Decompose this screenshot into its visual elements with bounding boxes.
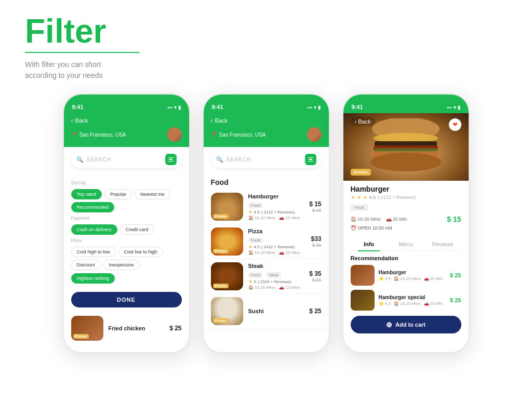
wifi-icon: ▾ <box>174 105 177 110</box>
back-label-1: Back <box>75 117 88 124</box>
search-placeholder-1: SEARCH <box>87 157 165 163</box>
chip-cost-low-high[interactable]: Cost low to high <box>118 247 163 257</box>
promo-badge-bottom: Promo <box>73 334 89 339</box>
food-price-col-hamburger: $ 15 $ 18 <box>309 200 321 213</box>
heart-button[interactable]: ❤ <box>449 118 461 131</box>
chip-popular[interactable]: Popular <box>104 189 132 199</box>
add-cart-label: Add to cart <box>395 321 425 328</box>
rec-price-2: $ 25 <box>450 297 461 303</box>
phone2-header: ‹ Back 📍 San Francisco, USA <box>204 113 329 147</box>
food-name-pizza: Pizza <box>248 228 306 234</box>
detail-hero: ‹ Back Promo ❤ <box>343 113 469 181</box>
pickup-time-detail: 🚗 20 Min <box>386 217 407 222</box>
search-bar-2[interactable]: 🔍 SEARCH <box>211 151 322 168</box>
food-price-old-steak: $ 39 <box>309 277 321 283</box>
star-icon-detail-1: ★ <box>351 195 355 200</box>
avatar-img-1 <box>167 127 182 142</box>
food-rating-steak: ★ 5 ( 2324 + Reviews) <box>248 279 304 284</box>
food-price-hamburger: $ 15 <box>309 200 321 208</box>
star-icon-pizza: ★ <box>248 244 252 249</box>
filter-lines-1 <box>168 157 174 162</box>
food-item-hamburger[interactable]: Promo Hamburger Food ★ 4.5 ( 2112 + Revi… <box>204 190 329 224</box>
avatar-img-2 <box>307 127 322 142</box>
page-title: Filter <box>25 15 507 48</box>
tab-reviews[interactable]: Reviews <box>424 238 461 250</box>
food-info-pizza: Pizza Food ★ 4.5 ( 2412 + Reviews) 🏠 15-… <box>248 228 306 255</box>
payment-label: Payment <box>71 216 182 221</box>
back-label-2: Back <box>215 117 228 124</box>
chip-discount[interactable]: Discount <box>71 260 101 270</box>
rec-pickup-2: 🚗 20 Min <box>424 301 443 306</box>
chip-nearest[interactable]: Nearest me <box>135 189 170 199</box>
search-icon-1: 🔍 <box>76 156 84 163</box>
notch-1 <box>105 95 147 106</box>
food-price-steak: $ 35 <box>309 270 321 277</box>
page-header: Filter With filter you can short accordi… <box>0 0 532 89</box>
chip-cost-high-low[interactable]: Cost high to low <box>71 247 116 257</box>
filter-icon-btn-1[interactable] <box>165 154 177 165</box>
burger-svg <box>364 118 447 176</box>
wifi-icon-2: ▾ <box>314 105 316 110</box>
chip-credit[interactable]: Credit card <box>120 224 154 235</box>
rating-count-burger: ( 2112 + Reviews) <box>261 210 295 215</box>
rec-name-2: Hamburger special <box>379 294 443 300</box>
food-rating-hamburger: ★ 4.5 ( 2112 + Reviews) <box>248 209 304 215</box>
search-bar-1[interactable]: 🔍 SEARCH <box>71 151 182 168</box>
chip-top-rated[interactable]: Top rated <box>71 189 102 199</box>
chip-cash[interactable]: Cash on delivery <box>71 224 117 235</box>
filter-line-1 <box>168 157 174 158</box>
price-label: Price <box>71 238 182 243</box>
sort-label: Sort by <box>71 180 182 185</box>
detail-info: Hamburger ★ ★ ★ 4.5 ( 2112 + Reviews) Fo… <box>343 181 469 238</box>
notch-2 <box>245 95 287 106</box>
food-item-pizza[interactable]: Promo Pizza Food ★ 4.5 ( 2412 + Reviews)… <box>204 224 329 259</box>
battery-icon: ▮ <box>178 105 181 110</box>
rec-meta-2: ⭐ 4.5 🏠 13-23 Mins 🚗 20 Min <box>379 301 443 306</box>
clock-icon: ⏰ <box>351 225 356 231</box>
food-price-col-pizza: $33 $ 35 <box>311 235 321 248</box>
phone1-header: ‹ Back 📍 San Fransisco, USA <box>64 113 189 147</box>
back-button-3[interactable]: ‹ Back <box>351 117 375 126</box>
phone-filter: 9:41 ▪▪▪ ▾ ▮ ‹ Back 📍 San Fransisco, USA <box>63 93 190 353</box>
food-price-pizza: $33 <box>311 235 321 243</box>
promo-badge-hero: Promo <box>351 169 371 176</box>
filter-panel: Sort by Top rated Popular Nearest me Rec… <box>64 173 189 313</box>
food-name-steak: Steak <box>248 263 304 269</box>
detail-price: $ 15 <box>447 215 461 223</box>
status-icons-1: ▪▪▪ ▾ ▮ <box>167 105 181 110</box>
back-button-2[interactable]: ‹ Back <box>211 116 322 124</box>
search-icon-2: 🔍 <box>216 156 223 163</box>
food-name-sushi: Sushi <box>248 308 304 314</box>
filter-icon-btn-2[interactable] <box>305 154 316 165</box>
filter-line-2 <box>169 159 172 160</box>
chip-highest-ranking[interactable]: Highest ranking <box>71 273 115 284</box>
rec-star-2: ⭐ 4.5 <box>379 301 391 306</box>
food-info-steak: Steak Food Meal ★ 5 ( 2324 + Reviews) 🏠 … <box>248 263 304 290</box>
add-to-cart-button[interactable]: ⊕ Add to cart <box>351 316 461 333</box>
signal-icon: ▪▪▪ <box>167 105 172 110</box>
star-icon-burger: ★ <box>248 209 252 215</box>
chip-inexpensive[interactable]: Inexpensive <box>103 260 140 270</box>
food-item-sushi[interactable]: Promo Sushi $ 25 <box>204 294 329 329</box>
back-button-1[interactable]: ‹ Back <box>71 116 182 124</box>
rec-item-1[interactable]: Hamburger ⭐ 4.5 🏠 13-23 Mins 🚗 20 Min $ … <box>351 265 461 286</box>
battery-icon-2: ▮ <box>318 105 321 110</box>
status-icons-3: ▪▪▪ ▾ ▮ <box>447 105 460 110</box>
avatar-2[interactable] <box>307 127 322 142</box>
chip-recommended[interactable]: Recommended <box>71 202 114 212</box>
avatar-1[interactable] <box>167 127 182 142</box>
rec-price-1: $ 25 <box>450 272 461 278</box>
food-meta-pizza: 🏠 15-26 Mins 🚗 20 Mins <box>248 250 306 255</box>
rec-delivery-2: 🏠 13-23 Mins <box>394 301 421 306</box>
food-item-steak[interactable]: Promo Steak Food Meal ★ 5 ( 2324 + Revie… <box>204 259 329 294</box>
tab-info[interactable]: Info <box>351 238 388 250</box>
done-button[interactable]: DONE <box>71 292 182 307</box>
signal-icon-3: ▪▪▪ <box>447 105 452 110</box>
food-price-old-pizza: $ 35 <box>311 243 321 248</box>
detail-rating-count: ( 2112 + Reviews) <box>378 195 416 200</box>
recommendation-section: Recommendation Hamburger ⭐ 4.5 🏠 13-23 M… <box>343 255 469 311</box>
rec-item-2[interactable]: Hamburger special ⭐ 4.5 🏠 13-23 Mins 🚗 2… <box>351 290 461 311</box>
food-tag-steak-1: Food <box>248 272 263 278</box>
rec-image-2 <box>351 290 375 311</box>
tab-menu[interactable]: Menu <box>388 238 424 250</box>
